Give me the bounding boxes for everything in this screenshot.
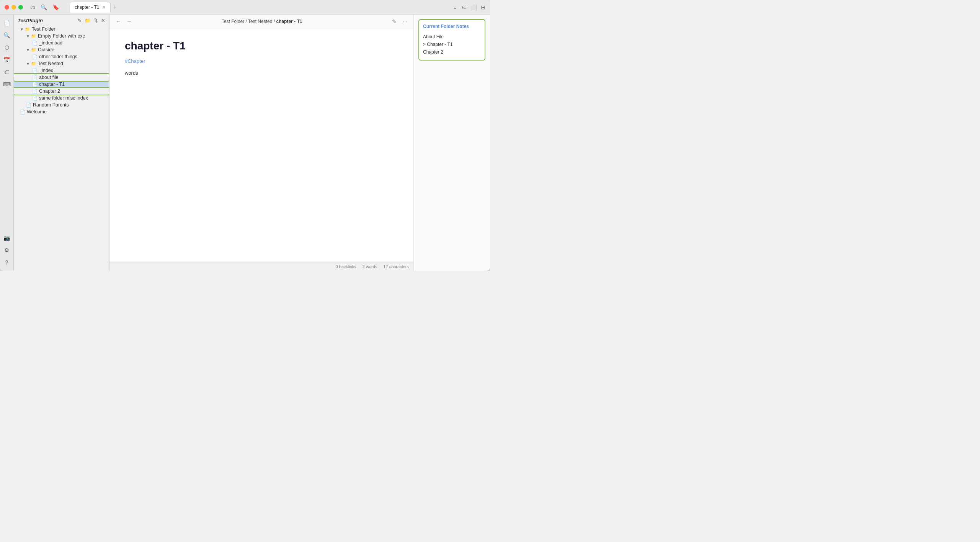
minimize-button[interactable] bbox=[11, 5, 16, 10]
camera-icon[interactable]: 📷 bbox=[2, 233, 12, 243]
panel-item-about-file[interactable]: About File bbox=[423, 33, 481, 41]
file-label: Chapter 2 bbox=[39, 88, 60, 94]
sidebar-toggle-icon[interactable]: ⊟ bbox=[481, 4, 485, 10]
folder-label: Test Folder bbox=[32, 26, 56, 32]
tag-rail-icon[interactable]: 🏷 bbox=[2, 67, 12, 77]
chevron-down-icon[interactable]: ⌄ bbox=[453, 4, 457, 10]
breadcrumb-part2[interactable]: Test Nested bbox=[248, 19, 272, 24]
terminal-icon[interactable]: ⌨ bbox=[2, 79, 12, 90]
tag-icon[interactable]: 🏷 bbox=[461, 4, 467, 10]
file-icon: 📄 bbox=[32, 96, 38, 101]
breadcrumb-current: chapter - T1 bbox=[276, 19, 302, 24]
file-label: about file bbox=[39, 75, 59, 80]
sidebar-header-icons: ✎ 📁 ⇅ ✕ bbox=[77, 18, 105, 23]
panel-item-chapter-2[interactable]: Chapter 2 bbox=[423, 48, 481, 56]
panel-box: Current Folder Notes About File Chapter … bbox=[418, 19, 485, 61]
folder-label: Empty Folder with exc bbox=[38, 33, 85, 39]
main-layout: 📄 🔍 ⬡ 📅 🏷 ⌨ 📷 ⚙ ? TestPlugin ✎ 📁 ⇅ ✕ bbox=[0, 15, 490, 271]
file-icon: 📄 bbox=[32, 41, 38, 46]
file-label: other folder things bbox=[39, 54, 77, 59]
sidebar-item-outside[interactable]: ▼ 📁 Outside bbox=[14, 46, 109, 53]
sidebar-item-chapter-2[interactable]: 📄 Chapter 2 bbox=[14, 88, 109, 95]
plugin-name: TestPlugin bbox=[18, 18, 43, 23]
file-icon: 📄 bbox=[26, 103, 31, 108]
tab-close-icon[interactable]: ✕ bbox=[102, 5, 106, 10]
note-content[interactable]: words bbox=[125, 69, 398, 77]
maximize-button[interactable] bbox=[18, 5, 23, 10]
more-options-icon[interactable]: ··· bbox=[401, 18, 409, 25]
sidebar-item-empty-folder[interactable]: ▼ 📁 Empty Folder with exc bbox=[14, 33, 109, 39]
sort-icon[interactable]: ⇅ bbox=[94, 18, 98, 23]
file-icon: 📄 bbox=[32, 54, 38, 59]
back-button[interactable]: ← bbox=[114, 18, 122, 25]
arrow-icon: ▼ bbox=[20, 27, 24, 31]
graph-icon[interactable]: ⬡ bbox=[2, 42, 12, 53]
sidebar: TestPlugin ✎ 📁 ⇅ ✕ ▼ 📁 Test Folder ▼ bbox=[14, 15, 109, 271]
sidebar-item-about-file[interactable]: 📄 about file bbox=[14, 74, 109, 81]
sidebar-item-index-bad[interactable]: 📄 _index bad bbox=[14, 39, 109, 46]
files-icon[interactable]: 📄 bbox=[2, 18, 12, 28]
new-tab-button[interactable]: + bbox=[113, 4, 116, 11]
file-browser-icon[interactable]: 🗂 bbox=[30, 4, 35, 10]
file-icon: 📄 bbox=[32, 89, 38, 94]
status-bar: 0 backlinks 2 words 17 characters bbox=[109, 262, 413, 271]
traffic-lights bbox=[5, 5, 23, 10]
bookmark-icon[interactable]: 🔖 bbox=[52, 4, 59, 10]
breadcrumb-part1[interactable]: Test Folder bbox=[222, 19, 244, 24]
icon-rail: 📄 🔍 ⬡ 📅 🏷 ⌨ 📷 ⚙ ? bbox=[0, 15, 14, 271]
char-count: 17 characters bbox=[383, 264, 409, 269]
content-area: ← → Test Folder / Test Nested / chapter … bbox=[109, 15, 413, 271]
file-icon: 📄 bbox=[32, 82, 38, 87]
panel-title: Current Folder Notes bbox=[423, 24, 481, 29]
sidebar-item-same-folder[interactable]: 📄 same folder misc index bbox=[14, 95, 109, 102]
title-bar-icons: 🗂 🔍 🔖 bbox=[30, 4, 59, 10]
search-icon[interactable]: 🔍 bbox=[41, 4, 47, 10]
file-label: chapter - T1 bbox=[39, 82, 65, 87]
calendar-icon[interactable]: 📅 bbox=[2, 54, 12, 65]
content-body[interactable]: chapter - T1 #Chapter words bbox=[109, 28, 413, 262]
folder-icon: 📁 bbox=[31, 61, 36, 66]
close-button[interactable] bbox=[5, 5, 9, 10]
folder-icon: 📁 bbox=[31, 47, 36, 52]
folder-label: Test Nested bbox=[38, 61, 63, 66]
sidebar-item-welcome[interactable]: 📄 Welcome bbox=[14, 108, 109, 115]
file-label: Welcome bbox=[27, 109, 47, 115]
toolbar-nav: ← → bbox=[114, 18, 133, 25]
layout-icon[interactable]: ⬜ bbox=[470, 4, 477, 10]
title-bar: 🗂 🔍 🔖 chapter - T1 ✕ + ⌄ 🏷 ⬜ ⊟ bbox=[0, 0, 490, 15]
arrow-icon: ▼ bbox=[26, 62, 30, 66]
new-note-icon[interactable]: ✎ bbox=[77, 18, 82, 23]
sidebar-item-test-folder[interactable]: ▼ 📁 Test Folder bbox=[14, 26, 109, 33]
arrow-icon: ▼ bbox=[26, 48, 30, 52]
sidebar-item-index[interactable]: 📄 _index bbox=[14, 67, 109, 74]
collapse-all-icon[interactable]: ✕ bbox=[101, 18, 105, 23]
sidebar-item-chapter-t1[interactable]: 📄 chapter - T1 bbox=[14, 81, 109, 88]
backlinks-count: 0 backlinks bbox=[335, 264, 356, 269]
sidebar-item-other-folder-things[interactable]: 📄 other folder things bbox=[14, 53, 109, 60]
folder-icon: 📁 bbox=[31, 34, 36, 39]
settings-icon[interactable]: ⚙ bbox=[2, 245, 12, 255]
folder-label: Outside bbox=[38, 47, 54, 52]
sidebar-item-random-parents[interactable]: 📄 Random Parents bbox=[14, 102, 109, 108]
new-folder-icon[interactable]: 📁 bbox=[85, 18, 91, 23]
note-tag[interactable]: #Chapter bbox=[125, 58, 145, 64]
sidebar-item-test-nested[interactable]: ▼ 📁 Test Nested bbox=[14, 60, 109, 67]
breadcrumb: Test Folder / Test Nested / chapter - T1 bbox=[136, 19, 387, 24]
sidebar-tree: ▼ 📁 Test Folder ▼ 📁 Empty Folder with ex… bbox=[14, 25, 109, 271]
title-bar-right: ⌄ 🏷 ⬜ ⊟ bbox=[453, 4, 485, 10]
file-label: _index bad bbox=[39, 40, 62, 46]
arrow-icon: ▼ bbox=[26, 34, 30, 38]
search-rail-icon[interactable]: 🔍 bbox=[2, 30, 12, 41]
panel-item-chapter-t1[interactable]: Chapter - T1 bbox=[423, 41, 481, 48]
help-icon[interactable]: ? bbox=[2, 257, 12, 268]
file-icon: 📄 bbox=[32, 75, 38, 80]
sidebar-header: TestPlugin ✎ 📁 ⇅ ✕ bbox=[14, 15, 109, 25]
file-label: same folder misc index bbox=[39, 95, 88, 101]
folder-icon: 📁 bbox=[25, 27, 30, 32]
forward-button[interactable]: → bbox=[125, 18, 133, 25]
toolbar-right: ✎ ··· bbox=[390, 18, 409, 25]
content-toolbar: ← → Test Folder / Test Nested / chapter … bbox=[109, 15, 413, 28]
tab-chapter-t1[interactable]: chapter - T1 ✕ bbox=[70, 2, 111, 13]
edit-icon[interactable]: ✎ bbox=[390, 18, 398, 25]
file-label: _index bbox=[39, 68, 53, 73]
